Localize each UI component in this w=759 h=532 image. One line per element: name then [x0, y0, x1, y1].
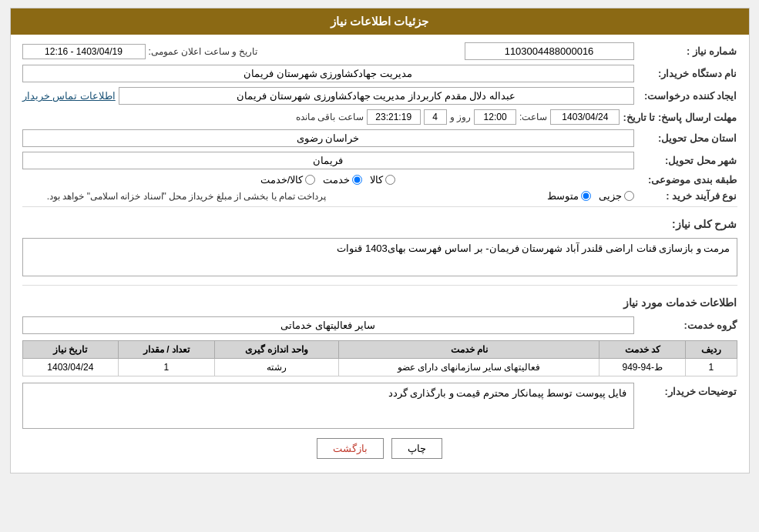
- purchase-jezvi-radio[interactable]: [624, 191, 634, 201]
- cell-qty: 1: [119, 359, 215, 376]
- requester-value: عبداله دلال مقدم کاربرداز مدیریت جهادکشا…: [119, 87, 634, 105]
- col-header-unit: واحد اندازه گیری: [214, 341, 338, 359]
- category-kala-khadamat-radio[interactable]: [305, 175, 315, 185]
- category-radio-group: کالا خدمت کالا/خدمت: [22, 174, 634, 186]
- deadline-row: مهلت ارسال پاسخ: تا تاریخ: 1403/04/24 سا…: [22, 109, 737, 125]
- services-section-row: اطلاعات خدمات مورد نیاز: [22, 290, 737, 312]
- header-title: جزئیات اطلاعات نیاز: [331, 15, 428, 28]
- buyer-notes-label: توضیحات خریدار:: [637, 383, 737, 397]
- category-kala-khadamat-label: کالا/خدمت: [260, 174, 304, 186]
- service-group-label: گروه خدمت:: [637, 320, 737, 331]
- page-header: جزئیات اطلاعات نیاز: [11, 8, 749, 35]
- services-section-label: اطلاعات خدمات مورد نیاز: [623, 296, 737, 309]
- description-textarea[interactable]: [22, 238, 737, 276]
- description-label: شرح کلی نیاز:: [672, 218, 737, 230]
- buyer-org-row: نام دستگاه خریدار: مدیریت جهادکشاورزی شه…: [22, 65, 737, 82]
- category-kala-item: کالا: [370, 174, 395, 186]
- print-button[interactable]: چاپ: [391, 438, 442, 459]
- services-table: ردیف کد خدمت نام خدمت واحد اندازه گیری ت…: [22, 340, 737, 376]
- purchase-jezvi-item: جزیی: [599, 190, 634, 202]
- city-row: شهر محل تحویل: فریمان: [22, 152, 737, 169]
- buyer-notes-value: فایل پیوست توسط پیمانکار محترم قیمت و با…: [22, 383, 634, 429]
- services-table-section: ردیف کد خدمت نام خدمت واحد اندازه گیری ت…: [22, 340, 737, 376]
- purchase-motevaset-item: متوسط: [547, 190, 591, 202]
- description-container: [22, 238, 737, 279]
- buyer-org-label: نام دستگاه خریدار:: [637, 68, 737, 79]
- category-khadamat-label: خدمت: [323, 174, 350, 186]
- description-row: شرح کلی نیاز:: [22, 212, 737, 233]
- buyer-notes-row: توضیحات خریدار: فایل پیوست توسط پیمانکار…: [22, 383, 737, 429]
- table-row: 1 ط-94-949 فعالیتهای سایر سازمانهای دارا…: [22, 359, 737, 376]
- category-label: طبقه بندی موضوعی:: [637, 174, 737, 186]
- need-number-value: 1103004488000016: [465, 42, 634, 60]
- province-value: خراسان رضوی: [22, 129, 634, 147]
- purchase-type-label: نوع فرآیند خرید :: [637, 190, 737, 202]
- col-header-code: کد خدمت: [599, 341, 686, 359]
- buttons-row: چاپ بازگشت: [22, 438, 737, 459]
- purchase-type-radio-group: جزیی متوسط: [330, 190, 634, 202]
- deadline-time: 12:00: [474, 109, 516, 125]
- requester-link[interactable]: اطلاعات تماس خریدار: [22, 90, 116, 102]
- purchase-note: پرداخت تمام یا بخشی از مبلغ خریداز محل "…: [22, 191, 327, 202]
- need-number-row: شماره نیاز : 1103004488000016 تاریخ و سا…: [22, 42, 737, 60]
- cell-row-num: 1: [685, 359, 737, 376]
- col-header-qty: تعداد / مقدار: [119, 341, 215, 359]
- announcement-date-value: 1403/04/19 - 12:16: [22, 44, 146, 59]
- need-number-label: شماره نیاز :: [637, 45, 737, 57]
- col-header-name: نام خدمت: [339, 341, 599, 359]
- cell-name: فعالیتهای سایر سازمانهای دارای عضو: [339, 359, 599, 376]
- deadline-remaining: 23:21:19: [367, 109, 421, 125]
- announcement-date-label: تاریخ و ساعت اعلان عمومی:: [149, 46, 258, 57]
- table-header-row: ردیف کد خدمت نام خدمت واحد اندازه گیری ت…: [22, 341, 737, 359]
- cell-code: ط-94-949: [599, 359, 686, 376]
- purchase-jezvi-label: جزیی: [599, 190, 622, 202]
- purchase-type-row: نوع فرآیند خرید : جزیی متوسط پرداخت تمام…: [22, 190, 737, 202]
- buyer-org-value: مدیریت جهادکشاورزی شهرستان فریمان: [22, 65, 634, 82]
- category-khadamat-item: خدمت: [323, 174, 362, 186]
- service-group-value: سایر فعالیتهای خدماتی: [22, 316, 634, 334]
- requester-label: ایجاد کننده درخواست:: [637, 90, 737, 102]
- purchase-motevaset-label: متوسط: [547, 190, 579, 202]
- category-row: طبقه بندی موضوعی: کالا خدمت کالا/خدمت: [22, 174, 737, 186]
- province-label: استان محل تحویل:: [637, 132, 737, 144]
- cell-unit: رشته: [214, 359, 338, 376]
- category-kala-khadamat-item: کالا/خدمت: [260, 174, 316, 186]
- col-header-date: تاریخ نیاز: [22, 341, 119, 359]
- deadline-remaining-label: ساعت باقی مانده: [296, 112, 364, 122]
- content-area: شماره نیاز : 1103004488000016 تاریخ و سا…: [11, 35, 749, 473]
- requester-row: ایجاد کننده درخواست: عبداله دلال مقدم کا…: [22, 87, 737, 105]
- col-header-row-num: ردیف: [685, 341, 737, 359]
- category-kala-label: کالا: [370, 174, 383, 186]
- page-container: جزئیات اطلاعات نیاز شماره نیاز : 1103004…: [10, 8, 750, 473]
- cell-date: 1403/04/24: [22, 359, 119, 376]
- category-khadamat-radio[interactable]: [352, 175, 362, 185]
- back-button[interactable]: بازگشت: [317, 438, 384, 459]
- city-value: فریمان: [22, 152, 634, 169]
- buyer-notes-container: فایل پیوست توسط پیمانکار محترم قیمت و با…: [22, 383, 634, 429]
- category-kala-radio[interactable]: [385, 175, 395, 185]
- deadline-time-label: ساعت:: [519, 112, 547, 122]
- deadline-label: مهلت ارسال پاسخ: تا تاریخ:: [623, 112, 737, 123]
- purchase-motevaset-radio[interactable]: [581, 191, 591, 201]
- city-label: شهر محل تحویل:: [637, 155, 737, 166]
- service-group-row: گروه خدمت: سایر فعالیتهای خدماتی: [22, 316, 737, 334]
- deadline-days: 4: [424, 109, 447, 125]
- deadline-date: 1403/04/24: [550, 109, 620, 125]
- deadline-day-label: روز و: [450, 112, 471, 122]
- province-row: استان محل تحویل: خراسان رضوی: [22, 129, 737, 147]
